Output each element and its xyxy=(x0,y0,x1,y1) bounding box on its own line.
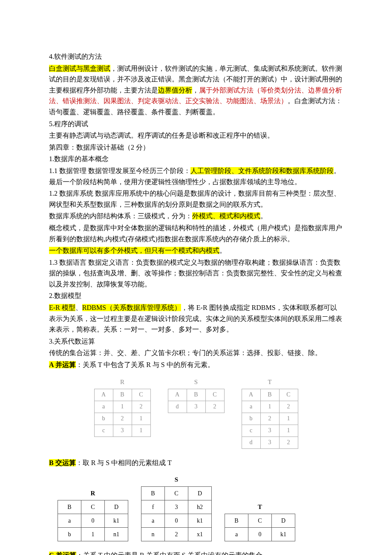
cell: 1 xyxy=(279,413,298,425)
cell: 3 xyxy=(260,425,279,436)
caption-s: S xyxy=(168,377,225,389)
cell: 2 xyxy=(132,401,150,413)
hl-schema-modes: 外模式、模式和内模式 xyxy=(192,212,260,220)
cell: x1 xyxy=(188,528,212,541)
cell: 3 xyxy=(260,436,279,448)
cell: k1 xyxy=(105,514,128,528)
union-tables: R ABC a12 b21 c31 S ABC d32 T ABC a12 b2… xyxy=(49,377,343,449)
cell: D xyxy=(272,514,295,528)
text: 数据库系统的内部结构体系：三级模式，分为： xyxy=(49,212,192,220)
cell: 3 xyxy=(187,401,205,413)
caption-t: T xyxy=(225,502,295,514)
chapter-4-title: 第四章：数据库设计基础（2 分） xyxy=(49,142,343,153)
cell: 1 xyxy=(132,425,150,436)
cell: 1 xyxy=(260,401,279,413)
para-one-schema: 一个数据库可以有多个外模式，但只有一个模式和内模式。 xyxy=(49,245,343,256)
cell: B xyxy=(225,514,248,528)
cell: 2 xyxy=(279,401,298,413)
text: 、 xyxy=(75,304,82,311)
cell: b xyxy=(58,528,81,541)
cell: 1 xyxy=(81,528,105,541)
cell: 2 xyxy=(165,528,188,541)
heading-4: 4.软件测试的方法 xyxy=(49,51,343,62)
para-schema: 数据库系统的内部结构体系：三级模式，分为：外模式、模式和内模式。 xyxy=(49,211,343,222)
para-er-rdbms: E-R 模型、RDBMS（关系数据库管理系统），将 E-R 图转换成指定 RDB… xyxy=(49,302,343,335)
cell: a xyxy=(225,528,248,541)
cell: k1 xyxy=(272,528,295,541)
para-concept-schema: 概念模式，是数据库中对全体数据的逻辑结构和特性的描述，外模式（用户模式）是指数据… xyxy=(49,223,343,244)
cell: a xyxy=(242,401,260,413)
cell: n1 xyxy=(105,528,128,541)
para-union: A 并运算：关系 T 中包含了关系 R 与 S 中的所有元素。 xyxy=(49,359,343,370)
text: 1.1 数据管理 数据管理发展至今经历三个阶段： xyxy=(49,167,190,174)
cell: k1 xyxy=(188,514,212,528)
para-1-3: 1.3 数据语言 数据定义语言：负责数据的模式定义与数据的物理存取构建；数据操纵… xyxy=(49,257,343,290)
cell: 0 xyxy=(165,514,188,528)
cell: h2 xyxy=(188,500,212,514)
cell: C xyxy=(205,389,224,401)
cell: a xyxy=(141,514,165,528)
text: ：取 R 与 S 中相同的元素组成 T xyxy=(76,459,172,466)
table-t-inter: T BCD a0k1 xyxy=(225,502,295,541)
table-t-union: T ABC a12 b21 c31 d32 xyxy=(242,377,298,449)
cell: 2 xyxy=(260,413,279,425)
intersection-tables: R BCD a0k1 b1n1 S BCD f3h2 a0k1 n2x1 T B… xyxy=(49,474,343,541)
cell: d xyxy=(168,401,187,413)
text: ：关系 T 中包含了关系 R 与 S 中的所有元素。 xyxy=(76,361,214,368)
cell: B xyxy=(58,500,81,514)
text: 。 xyxy=(260,212,267,220)
hl-white-black-box: 白盒测试与黑盒测试 xyxy=(49,65,110,72)
cell: n xyxy=(141,528,165,541)
cell: C xyxy=(132,389,150,401)
para-debug: 主要有静态调试与动态调试。程序调试的任务是诊断和改正程序中的错误。 xyxy=(49,130,343,141)
cell: B xyxy=(187,389,205,401)
hl-one-schema: 一个数据库可以有多个外模式，但只有一个模式和内模式 xyxy=(49,247,219,254)
cell: 3 xyxy=(165,500,188,514)
para-testing: 白盒测试与黑盒测试，测试用例设计，软件测试的实施，单元测试、集成测试和系统测试。… xyxy=(49,63,343,118)
caption-r: R xyxy=(94,377,151,389)
cell: a xyxy=(94,401,113,413)
para-difference: C 差运算：关系 T 中的元素是 R 关系中有而 S 关系中没有的元素的集合 xyxy=(49,550,343,555)
cell: 0 xyxy=(248,528,272,541)
cell: 1 xyxy=(113,401,132,413)
cell: B xyxy=(113,389,132,401)
cell: A xyxy=(168,389,187,401)
hl-b-inter: B 交运算 xyxy=(49,459,76,466)
heading-1-db: 1.数据库的基本概念 xyxy=(49,153,343,165)
caption-s: S xyxy=(141,474,212,486)
hl-a-union: A 并运算 xyxy=(49,361,76,368)
cell: 2 xyxy=(205,401,224,413)
cell: 0 xyxy=(81,514,105,528)
text: 。 xyxy=(219,247,226,254)
hl-rdbms: RDBMS（关系数据库管理系统） xyxy=(82,304,181,311)
cell: B xyxy=(260,389,279,401)
cell: 3 xyxy=(113,425,132,436)
cell: d xyxy=(242,436,260,448)
caption-r: R xyxy=(58,488,128,500)
cell: 2 xyxy=(279,436,298,448)
hl-stages: 人工管理阶段、文件系统阶段和数据库系统阶段 xyxy=(190,167,334,174)
cell: 2 xyxy=(113,413,132,425)
cell: A xyxy=(242,389,260,401)
text: ：关系 T 中的元素是 R 关系中有而 S 关系中没有的元素的集合 xyxy=(76,552,262,555)
hl-er: E-R 模型 xyxy=(49,304,75,311)
heading-2-datamodel: 2.数据模型 xyxy=(49,290,343,301)
cell: c xyxy=(94,425,113,436)
hl-boundary: 边界值分析 xyxy=(158,87,192,94)
cell: A xyxy=(94,389,113,401)
cell: b xyxy=(94,413,113,425)
cell: C xyxy=(279,389,298,401)
text: ， xyxy=(192,87,199,94)
cell: C xyxy=(165,487,188,500)
cell: b xyxy=(242,413,260,425)
cell: C xyxy=(81,500,105,514)
cell: a xyxy=(58,514,81,528)
cell: c xyxy=(242,425,260,436)
cell: D xyxy=(105,500,128,514)
para-1-2: 1.2 数据库系统 数据库应用系统中的核心问题是数据库的设计，数据库目前有三种类… xyxy=(49,188,343,210)
heading-5: 5.程序的调试 xyxy=(49,119,343,130)
para-set-ops: 传统的集合运算：并、交、差、广义笛卡尔积；专门的关系运算：选择、投影、链接、除。 xyxy=(49,347,343,358)
caption-t: T xyxy=(242,377,298,389)
cell: 1 xyxy=(132,413,150,425)
para-1-1: 1.1 数据管理 数据管理发展至今经历三个阶段：人工管理阶段、文件系统阶段和数据… xyxy=(49,165,343,187)
